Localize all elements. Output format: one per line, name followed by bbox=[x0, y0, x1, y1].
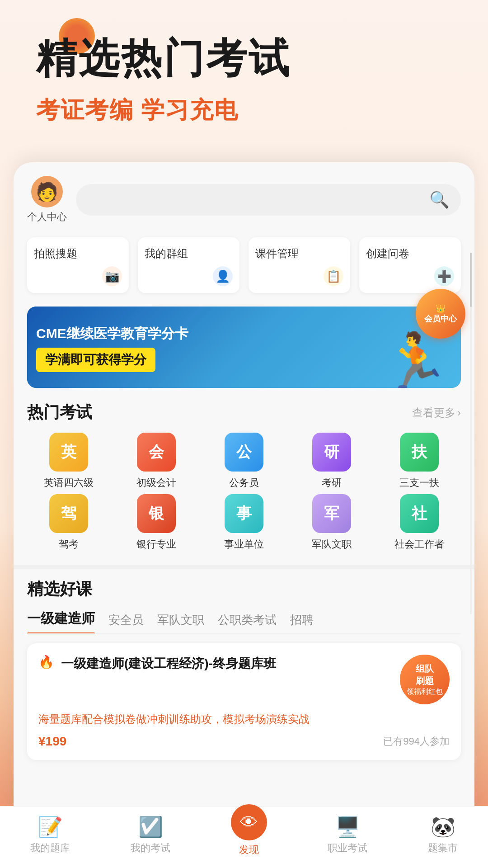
banner-character: 🏃 bbox=[382, 334, 450, 388]
exam-item-postgrad[interactable]: 研 考研 bbox=[290, 433, 373, 490]
course-card[interactable]: 🔥 一级建造师(建设工程经济)-终身题库班 组队 刷题 领福利红包 海量题库配合… bbox=[27, 643, 461, 760]
course-students: 已有994人参加 bbox=[383, 735, 450, 748]
course-card-desc: 海量题库配合模拟卷做冲刺训练助攻，模拟考场演练实战 bbox=[38, 711, 450, 727]
banner-subtitle: 学满即可获得学分 bbox=[36, 348, 155, 372]
qa-label-courseware: 课件管理 bbox=[255, 246, 343, 261]
course-card-footer: ¥199 已有994人参加 bbox=[38, 734, 450, 749]
exam-icon-accounting: 会 bbox=[137, 433, 176, 472]
exam-item-institution[interactable]: 事 事业单位 bbox=[202, 494, 286, 551]
quick-action-group[interactable]: 我的群组 👤 bbox=[138, 237, 239, 293]
nav-label-career-exam: 职业考试 bbox=[328, 841, 367, 855]
app-card: 👑 会员中心 🧑 个人中心 🔍 拍照搜题 📷 我的群组 👤 bbox=[14, 162, 474, 823]
avatar-section[interactable]: 🧑 个人中心 bbox=[27, 176, 67, 224]
scrollbar-track[interactable] bbox=[470, 253, 472, 614]
exam-label-banking: 银行专业 bbox=[136, 538, 176, 551]
vip-badge[interactable]: 👑 会员中心 bbox=[416, 289, 465, 339]
fire-icon: 🔥 bbox=[38, 655, 54, 670]
exam-item-english[interactable]: 英 英语四六级 bbox=[27, 433, 110, 490]
exam-item-accounting[interactable]: 会 初级会计 bbox=[115, 433, 198, 490]
exam-item-rural[interactable]: 扶 三支一扶 bbox=[378, 433, 461, 490]
nav-my-question-bank[interactable]: 📝 我的题库 bbox=[30, 815, 70, 855]
tab-safety[interactable]: 安全员 bbox=[108, 612, 144, 633]
nav-label-discover: 发现 bbox=[239, 843, 259, 857]
hero-section: 精选热门考试 考证考编 学习充电 bbox=[0, 0, 488, 144]
nav-label-question-market: 题集市 bbox=[428, 841, 458, 855]
exam-icon-civil: 公 bbox=[225, 433, 263, 472]
search-icon: 🔍 bbox=[429, 190, 450, 209]
exam-item-civil[interactable]: 公 公务员 bbox=[202, 433, 286, 490]
courses-title: 精选好课 bbox=[27, 578, 461, 600]
search-bar[interactable]: 🔍 bbox=[76, 184, 461, 216]
badge-line3: 领福利红包 bbox=[407, 687, 443, 697]
bottom-navigation: 📝 我的题库 ☑️ 我的考试 👁 发现 🖥️ 职业考试 🐼 题集市 bbox=[0, 806, 488, 868]
course-card-header: 🔥 一级建造师(建设工程经济)-终身题库班 组队 刷题 领福利红包 bbox=[38, 655, 450, 704]
courses-section: 精选好课 一级建造师 安全员 军队文职 公职类考试 招聘 🔥 一级建造师(建设 bbox=[14, 578, 474, 760]
career-exam-icon: 🖥️ bbox=[335, 815, 360, 839]
vip-badge-text: 👑 会员中心 bbox=[424, 303, 457, 325]
exam-label-rural: 三支一扶 bbox=[399, 476, 439, 490]
exam-icon-institution: 事 bbox=[225, 494, 263, 533]
exam-label-driving: 驾考 bbox=[59, 538, 79, 551]
qa-icon-box-questionnaire: ➕ bbox=[366, 266, 454, 286]
qa-icon-box-photo: 📷 bbox=[34, 266, 122, 286]
exam-label-civil: 公务员 bbox=[229, 476, 259, 490]
avatar-icon: 🧑 bbox=[36, 181, 58, 203]
tab-first-constructor[interactable]: 一级建造师 bbox=[27, 609, 95, 633]
chevron-right-icon: › bbox=[457, 406, 461, 419]
exam-icon-military: 军 bbox=[312, 494, 351, 533]
qa-label-photo: 拍照搜题 bbox=[34, 246, 122, 261]
exam-item-social[interactable]: 社 社会工作者 bbox=[378, 494, 461, 551]
course-price: ¥199 bbox=[38, 734, 66, 749]
exam-icon-rural: 扶 bbox=[400, 433, 439, 472]
nav-discover[interactable]: 👁 发现 bbox=[231, 813, 267, 857]
tab-public-exam[interactable]: 公职类考试 bbox=[218, 612, 277, 633]
exam-icon-banking: 银 bbox=[137, 494, 176, 533]
nav-career-exam[interactable]: 🖥️ 职业考试 bbox=[328, 815, 367, 855]
avatar: 🧑 bbox=[31, 176, 63, 208]
banner-content: CME继续医学教育学分卡 学满即可获得学分 bbox=[36, 322, 188, 372]
quick-action-photo[interactable]: 拍照搜题 📷 bbox=[27, 237, 129, 293]
exam-icon-social: 社 bbox=[400, 494, 439, 533]
banner-title: CME继续医学教育学分卡 bbox=[36, 322, 188, 343]
section-divider bbox=[14, 565, 474, 569]
exam-item-military[interactable]: 军 军队文职 bbox=[290, 494, 373, 551]
exam-label-accounting: 初级会计 bbox=[136, 476, 176, 490]
quick-action-questionnaire[interactable]: 创建问卷 ➕ bbox=[359, 237, 461, 293]
nav-label-question-bank: 我的题库 bbox=[30, 841, 70, 855]
quick-actions: 拍照搜题 📷 我的群组 👤 课件管理 📋 创建问卷 ➕ bbox=[14, 233, 474, 302]
exam-icon-english: 英 bbox=[49, 433, 88, 472]
badge-line1: 组队 bbox=[407, 663, 443, 675]
qa-label-group: 我的群组 bbox=[145, 246, 233, 261]
exam-grid: 英 英语四六级 会 初级会计 公 公务员 研 考研 扶 三支一扶 bbox=[14, 433, 474, 556]
exam-icon-driving: 驾 bbox=[49, 494, 88, 533]
group-icon: 👤 bbox=[213, 266, 233, 286]
hero-subtitle: 考证考编 学习充电 bbox=[36, 94, 461, 126]
tab-military-civil[interactable]: 军队文职 bbox=[157, 612, 204, 633]
add-icon: ➕ bbox=[434, 266, 454, 286]
hot-exams-title: 热门考试 bbox=[27, 401, 92, 424]
qa-icon-box-group: 👤 bbox=[145, 266, 233, 286]
exam-label-social: 社会工作者 bbox=[394, 538, 444, 551]
question-market-icon: 🐼 bbox=[431, 815, 455, 839]
nav-my-exam[interactable]: ☑️ 我的考试 bbox=[131, 815, 170, 855]
nav-label-my-exam: 我的考试 bbox=[131, 841, 170, 855]
courses-tabs: 一级建造师 安全员 军队文职 公职类考试 招聘 bbox=[27, 609, 461, 634]
exam-label-english: 英语四六级 bbox=[44, 476, 94, 490]
course-card-title: 一级建造师(建设工程经济)-终身题库班 bbox=[61, 655, 393, 672]
app-header: 🧑 个人中心 🔍 bbox=[14, 162, 474, 233]
cme-banner[interactable]: CME继续医学教育学分卡 学满即可获得学分 🏃 bbox=[27, 307, 461, 388]
nav-question-market[interactable]: 🐼 题集市 bbox=[428, 815, 458, 855]
exam-item-banking[interactable]: 银 银行专业 bbox=[115, 494, 198, 551]
tab-recruitment[interactable]: 招聘 bbox=[290, 612, 314, 633]
exam-label-postgrad: 考研 bbox=[322, 476, 342, 490]
hero-title: 精选热门考试 bbox=[36, 36, 461, 81]
exam-item-driving[interactable]: 驾 驾考 bbox=[27, 494, 110, 551]
badge-line2: 刷题 bbox=[407, 675, 443, 687]
hot-exams-more[interactable]: 查看更多 › bbox=[412, 406, 461, 420]
scrollbar-thumb[interactable] bbox=[470, 253, 472, 307]
my-exam-icon: ☑️ bbox=[138, 815, 163, 839]
course-badge: 组队 刷题 领福利红包 bbox=[400, 655, 450, 704]
quick-action-courseware[interactable]: 课件管理 📋 bbox=[249, 237, 350, 293]
qa-icon-box-courseware: 📋 bbox=[255, 266, 343, 286]
hot-exams-header: 热门考试 查看更多 › bbox=[14, 397, 474, 433]
